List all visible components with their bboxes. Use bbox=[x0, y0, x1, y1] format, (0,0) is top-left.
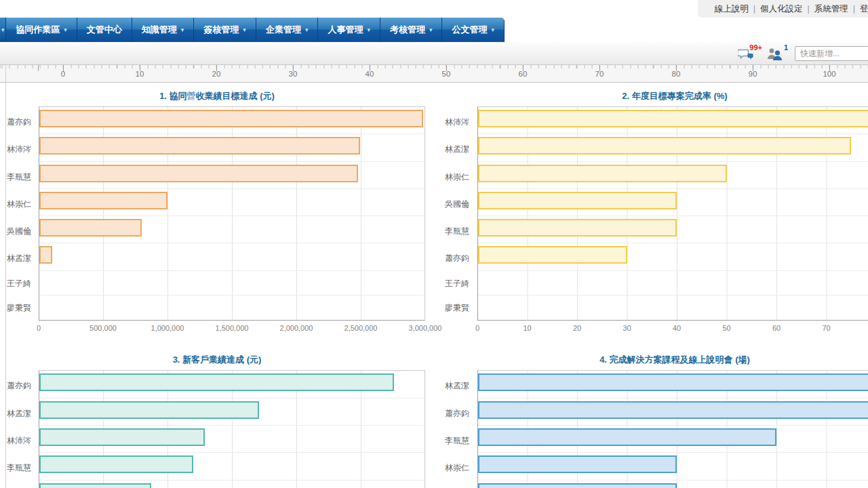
category-label: 林沛涔 bbox=[7, 137, 31, 161]
category-label: 李瓶慧 bbox=[7, 455, 31, 480]
chart-title: 1. 協同營收業績目標達成 (元) bbox=[6, 90, 428, 104]
people-icon bbox=[766, 47, 784, 60]
ruler-tick-label: 90 bbox=[749, 70, 757, 78]
bar bbox=[478, 110, 868, 127]
chart-row: 吳國倫 bbox=[39, 219, 425, 243]
ruler-tick-label: 80 bbox=[672, 70, 681, 78]
x-tick-label: 60 bbox=[772, 324, 781, 332]
bar bbox=[39, 219, 142, 237]
messages-button[interactable]: 99+ bbox=[738, 45, 758, 62]
category-label: 吳國倫 bbox=[445, 192, 469, 216]
bar bbox=[39, 428, 205, 446]
nav-tab[interactable]: 協同作業區▾ bbox=[6, 18, 77, 42]
chart-row: 林沛涔 bbox=[39, 137, 425, 161]
bar bbox=[39, 110, 423, 127]
nav-tab[interactable]: 人事管理▾ bbox=[318, 18, 380, 42]
online-users-button[interactable]: 1 bbox=[766, 45, 787, 62]
topbar-links: 線上說明|個人化設定|系統管理|登出 bbox=[698, 0, 868, 18]
nav-tab[interactable]: 企業管理▾ bbox=[256, 18, 319, 42]
x-tick-label: 3,000,000 bbox=[409, 324, 442, 332]
nav-tab-label: 知識管理 bbox=[142, 24, 177, 36]
category-label: 王子綺 bbox=[7, 271, 31, 296]
chart-solution-sessions: 4. 完成解決方案課程及線上說明會 (場) 林孟潔蕭亦鈞李瓶慧林崇仁吳國倫王子綺 bbox=[444, 354, 868, 488]
bar bbox=[478, 192, 677, 209]
chart-row: 李瓶慧 bbox=[478, 219, 868, 243]
chevron-down-icon: ▾ bbox=[243, 26, 246, 33]
bar bbox=[39, 246, 52, 264]
bar bbox=[39, 483, 151, 488]
ruler-major-ticks bbox=[0, 65, 868, 71]
chart-new-customer: 3. 新客戶業績達成 (元) 蕭亦鈞林孟潔林沛涔李瓶慧林崇仁吳國倫 bbox=[6, 354, 428, 488]
chevron-down-icon: ▾ bbox=[64, 26, 67, 33]
category-label: 林崇仁 bbox=[7, 192, 31, 216]
nav-tab-label: 文管中心 bbox=[87, 24, 122, 36]
bar bbox=[39, 373, 394, 391]
chart-row: 廖秉賢 bbox=[39, 296, 425, 320]
ruler-tick-label: 20 bbox=[212, 70, 221, 78]
x-tick-label: 50 bbox=[722, 324, 730, 332]
category-label: 蕭亦鈞 bbox=[445, 401, 469, 426]
nav-tab[interactable]: 公文管理▾ bbox=[442, 18, 505, 42]
chart-revenue-target: 1. 協同營收業績目標達成 (元) 蕭亦鈞林沛涔李瓶慧林崇仁吳國倫林孟潔王子綺廖… bbox=[6, 90, 428, 338]
ruler-tick-label: 10 bbox=[136, 70, 144, 78]
chevron-down-icon: ▾ bbox=[305, 26, 309, 33]
topbar-link[interactable]: 系統管理 bbox=[810, 3, 853, 15]
chevron-down-icon: ▾ bbox=[367, 26, 370, 33]
x-tick-label: 2,000,000 bbox=[280, 324, 313, 332]
category-label: 林崇仁 bbox=[445, 455, 469, 480]
nav-overflow-tab[interactable]: ▾ bbox=[0, 18, 6, 42]
category-label: 李瓶慧 bbox=[445, 428, 469, 453]
category-label: 林孟潔 bbox=[445, 373, 469, 398]
category-label: 吳國倫 bbox=[445, 483, 469, 488]
bar bbox=[478, 246, 627, 264]
category-label: 林崇仁 bbox=[7, 483, 31, 488]
chart-row: 林崇仁 bbox=[478, 165, 868, 189]
chart-row: 蕭亦鈞 bbox=[39, 110, 425, 134]
category-label: 林崇仁 bbox=[445, 165, 469, 189]
chart-row: 林孟潔 bbox=[39, 401, 425, 426]
plot-area: 林沛涔林孟潔林崇仁吳國倫李瓶慧蕭亦鈞王子綺廖秉賢 bbox=[477, 106, 868, 321]
bar bbox=[478, 373, 868, 391]
chevron-down-icon: ▾ bbox=[491, 26, 494, 33]
category-label: 吳國倫 bbox=[7, 219, 31, 243]
plot-area: 蕭亦鈞林孟潔林沛涔李瓶慧林崇仁吳國倫 bbox=[39, 370, 425, 488]
topbar-link[interactable]: 登出 bbox=[855, 3, 868, 15]
toolbar-right-cluster: 99+ 1 bbox=[738, 42, 868, 65]
chevron-down-icon: ▾ bbox=[181, 26, 184, 33]
x-tick-label: 1,500,000 bbox=[216, 324, 249, 332]
bar bbox=[478, 428, 776, 446]
chart-row: 蕭亦鈞 bbox=[478, 401, 868, 426]
topbar-link[interactable]: 個人化設定 bbox=[755, 3, 808, 15]
chart-row: 吳國倫 bbox=[478, 192, 868, 216]
nav-tab[interactable]: 考核管理▾ bbox=[380, 18, 443, 42]
nav-tab-label: 協同作業區 bbox=[16, 24, 60, 36]
category-label: 李瓶慧 bbox=[7, 165, 31, 189]
category-label: 蕭亦鈞 bbox=[445, 246, 469, 270]
chart-row: 林沛涔 bbox=[39, 428, 425, 453]
topbar-link[interactable]: 線上說明 bbox=[710, 3, 753, 15]
chart-row: 蕭亦鈞 bbox=[39, 373, 425, 398]
nav-tab-label: 考核管理 bbox=[390, 24, 425, 36]
bar bbox=[39, 137, 360, 155]
chart-row: 李瓶慧 bbox=[478, 428, 868, 453]
ruler-tick-label: 0 bbox=[61, 70, 65, 78]
x-tick-label: 30 bbox=[623, 324, 631, 332]
plot-area: 林孟潔蕭亦鈞李瓶慧林崇仁吳國倫王子綺 bbox=[477, 370, 868, 488]
nav-tab[interactable]: 文管中心 bbox=[77, 18, 132, 42]
nav-tab[interactable]: 知識管理▾ bbox=[132, 18, 195, 42]
bar bbox=[478, 483, 677, 488]
quick-add-input[interactable] bbox=[795, 46, 868, 61]
category-label: 李瓶慧 bbox=[445, 219, 469, 243]
category-label: 廖秉賢 bbox=[445, 296, 469, 320]
nav-tab-label: 簽核管理 bbox=[203, 24, 239, 36]
nav-tab[interactable]: 簽核管理▾ bbox=[194, 18, 256, 42]
bar bbox=[478, 455, 677, 473]
category-label: 蕭亦鈞 bbox=[7, 373, 31, 398]
chart-column-left: 1. 協同營收業績目標達成 (元) 蕭亦鈞林沛涔李瓶慧林崇仁吳國倫林孟潔王子綺廖… bbox=[6, 83, 428, 488]
chart-row: 蕭亦鈞 bbox=[478, 246, 868, 270]
chart-title: 4. 完成解決方案課程及線上說明會 (場) bbox=[444, 354, 868, 367]
chart-row: 林孟潔 bbox=[39, 246, 425, 270]
category-label: 王子綺 bbox=[445, 271, 469, 296]
x-axis: 0500,0001,000,0001,500,0002,000,0002,500… bbox=[39, 323, 425, 338]
chart-row: 王子綺 bbox=[478, 271, 868, 296]
